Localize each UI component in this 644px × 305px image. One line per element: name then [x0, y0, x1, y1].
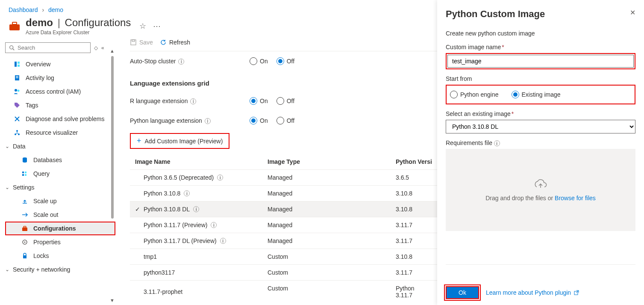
image-version: 3.10.8 [396, 253, 432, 260]
table-row[interactable]: ✓Python 3.10.8 DL iManaged3.10.8 [130, 201, 438, 217]
nav-label: Diagnose and solve problems [26, 115, 104, 122]
more-icon[interactable]: ⋯ [153, 21, 162, 31]
info-icon[interactable]: i [217, 175, 223, 181]
tags-icon [13, 102, 21, 109]
nav-group-settings[interactable]: ⌄Settings [5, 181, 115, 194]
learn-more-link[interactable]: Learn more about Python plugin [486, 289, 579, 296]
existing-image-select[interactable]: Python 3.10.8 DL [446, 120, 635, 133]
db-icon [21, 157, 29, 163]
svg-rect-24 [23, 255, 26, 258]
upload-icon [533, 178, 548, 190]
refresh-button[interactable]: Refresh [160, 39, 190, 46]
ok-button[interactable]: Ok [446, 286, 479, 299]
off-label: Off [287, 117, 294, 124]
save-button[interactable]: Save [130, 39, 153, 46]
info-icon[interactable]: i [193, 206, 199, 212]
table-row[interactable]: ✓Python 3.11.7 DL (Preview) iManaged3.11… [130, 233, 438, 249]
sidebar-item-overview[interactable]: Overview [5, 57, 115, 71]
name-input-highlight [446, 53, 635, 69]
startfrom-radio[interactable]: Python engine Existing image [447, 86, 634, 103]
table-row[interactable]: ✓Python 3.10.8 iManaged3.10.8 [130, 186, 438, 201]
svg-rect-25 [131, 40, 136, 45]
svg-rect-20 [22, 228, 27, 231]
autostop-radio[interactable]: On Off [250, 57, 294, 65]
image-version: Python 3.11.7 [396, 285, 432, 299]
radio-existing-image[interactable] [512, 91, 519, 98]
col-version[interactable]: Python Versi [396, 158, 432, 165]
sidebar-item-scale-out[interactable]: Scale out [5, 208, 115, 222]
scroll-up-icon[interactable]: ▲ [110, 48, 115, 53]
radio-off[interactable] [276, 97, 284, 105]
file-dropzone[interactable]: Drag and drop the files or Browse for fi… [446, 149, 635, 231]
image-name: 3.11.7-prophet [144, 288, 182, 295]
sidebar-item-access-control-iam-[interactable]: Access control (IAM) [5, 85, 115, 98]
info-icon[interactable]: i [178, 59, 184, 65]
info-icon[interactable]: i [494, 140, 500, 146]
radio-off[interactable] [276, 117, 284, 124]
scroll-down-icon[interactable]: ▼ [110, 298, 115, 303]
sidebar-item-activity-log[interactable]: Activity log [5, 71, 115, 85]
sidebar-item-configurations[interactable]: Configurations [5, 222, 115, 235]
nav-label: Query [33, 170, 50, 177]
sidebar-item-locks[interactable]: Locks [5, 249, 115, 263]
nav-label: Databases [33, 157, 62, 163]
search-input[interactable] [18, 44, 89, 51]
image-version: 3.10.8 [396, 190, 432, 197]
sidebar-item-diagnose-and-solve-problems[interactable]: Diagnose and solve problems [5, 112, 115, 126]
close-icon[interactable]: ✕ [630, 9, 635, 17]
radio-on[interactable] [250, 57, 257, 65]
radio-off[interactable] [276, 57, 284, 65]
resource-icon [9, 21, 21, 31]
breadcrumb-root[interactable]: Dashboard [9, 6, 38, 13]
sidebar-item-resource-visualizer[interactable]: Resource visualizer [5, 126, 115, 139]
table-row[interactable]: ✓Python 3.11.7 (Preview) iManaged3.11.7 [130, 217, 438, 233]
plus-icon: + [137, 136, 141, 145]
table-row[interactable]: ✓3.11.7-prophet CustomPython 3.11.7 [130, 281, 438, 301]
select-existing-label: Select an existing image [446, 110, 511, 117]
radio-on[interactable] [250, 97, 257, 105]
info-icon[interactable]: i [211, 222, 217, 228]
col-name[interactable]: Image Name [135, 158, 268, 165]
locks-icon [21, 252, 29, 259]
radio-python-engine[interactable] [450, 91, 458, 98]
scrollbar-thumb[interactable] [111, 56, 114, 219]
collapse-icon[interactable]: « [101, 45, 104, 51]
table-row[interactable]: ✓python3117 Custom3.11.7 [130, 265, 438, 281]
expand-icon[interactable]: ◇ [94, 45, 98, 51]
custom-image-panel: Python Custom Image ✕ Create new python … [437, 0, 644, 305]
panel-subtitle: Create new python custom image [446, 30, 635, 37]
sidebar-item-properties[interactable]: Properties [5, 235, 115, 249]
add-custom-image-button[interactable]: + Add Custom Image (Preview) [130, 133, 229, 149]
svg-line-3 [13, 48, 15, 50]
svg-point-10 [15, 89, 17, 92]
col-type[interactable]: Image Type [268, 158, 396, 165]
radio-on[interactable] [250, 117, 257, 124]
required-icon: * [502, 44, 504, 50]
nav-group-data[interactable]: ⌄Data [5, 139, 115, 153]
chevron-down-icon: ⌄ [5, 267, 13, 272]
table-row[interactable]: ✓tmp1 Custom3.10.8 [130, 249, 438, 265]
nav-group-security-networking[interactable]: ⌄Security + networking [5, 263, 115, 276]
info-icon[interactable]: i [190, 98, 196, 104]
opt-python-engine: Python engine [460, 91, 499, 98]
image-type: Managed [268, 174, 396, 181]
breadcrumb-current[interactable]: demo [48, 6, 63, 13]
svg-rect-17 [22, 174, 24, 176]
sidebar-item-databases[interactable]: Databases [5, 153, 115, 167]
sidebar-item-tags[interactable]: Tags [5, 98, 115, 112]
table-row[interactable]: ✓Python 3.6.5 (Deprecated) iManaged3.6.5 [130, 170, 438, 186]
image-name-input[interactable] [447, 55, 634, 68]
info-icon[interactable]: i [220, 238, 226, 244]
browse-link[interactable]: Browse for files [555, 195, 596, 201]
sidebar-item-query[interactable]: Query [5, 167, 115, 181]
search-box[interactable] [5, 42, 91, 53]
r-ext-radio[interactable]: On Off [250, 97, 294, 105]
py-ext-radio[interactable]: On Off [250, 117, 294, 124]
sidebar-item-scale-up[interactable]: Scale up [5, 194, 115, 208]
info-icon[interactable]: i [205, 118, 211, 124]
info-icon[interactable]: i [184, 190, 190, 196]
favorite-icon[interactable]: ☆ [139, 21, 146, 31]
nav-label: Overview [26, 61, 50, 68]
image-type: Managed [268, 237, 396, 244]
on-label: On [260, 98, 268, 104]
